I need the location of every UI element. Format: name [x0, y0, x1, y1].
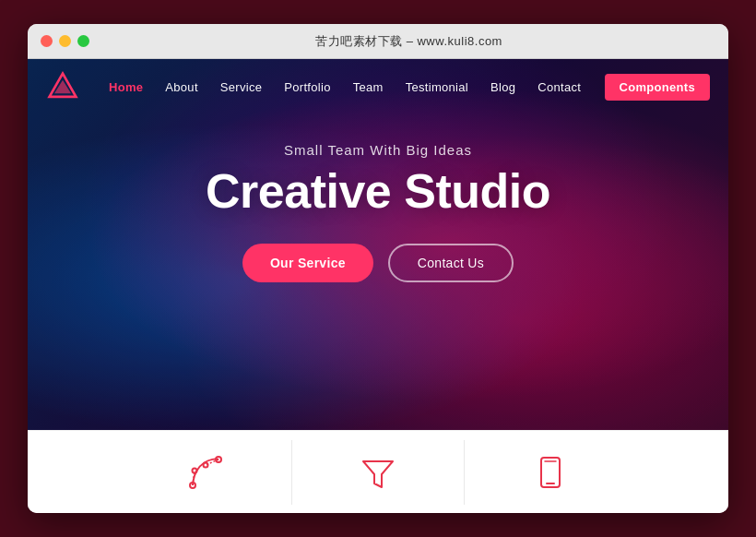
nav-team[interactable]: Team [342, 80, 395, 94]
minimize-button[interactable] [59, 35, 71, 47]
icon-cell-filter [292, 440, 465, 505]
nav-portfolio[interactable]: Portfolio [273, 80, 341, 94]
hero-title: Creative Studio [206, 165, 550, 218]
close-button[interactable] [41, 35, 53, 47]
browser-url: 苦力吧素材下载 – www.kuli8.com [102, 33, 715, 50]
bezier-icon [185, 452, 226, 493]
maximize-button[interactable] [77, 35, 89, 47]
nav-testimonial[interactable]: Testimonial [395, 80, 479, 94]
nav-about[interactable]: About [154, 80, 208, 94]
nav-contact[interactable]: Contact [526, 80, 592, 94]
icon-cell-bezier [120, 440, 292, 505]
browser-titlebar: 苦力吧素材下载 – www.kuli8.com [28, 24, 728, 59]
nav-blog[interactable]: Blog [479, 80, 526, 94]
browser-content: Home About Service Portfolio Team Testim… [28, 59, 728, 513]
our-service-button[interactable]: Our Service [242, 244, 373, 282]
icon-cell-mobile [465, 440, 636, 505]
browser-window: 苦力吧素材下载 – www.kuli8.com Home About Servi… [28, 24, 728, 513]
hero-buttons: Our Service Contact Us [242, 244, 514, 282]
svg-marker-8 [363, 461, 393, 487]
nav-links: Home About Service Portfolio Team Testim… [98, 80, 605, 94]
traffic-lights [41, 35, 89, 47]
filter-icon [358, 452, 398, 493]
nav-home[interactable]: Home [98, 80, 154, 94]
hero-content: Small Team With Big Ideas Creative Studi… [28, 114, 728, 282]
mobile-icon [530, 452, 571, 493]
hero-tagline: Small Team With Big Ideas [284, 142, 472, 158]
nav-logo[interactable] [46, 70, 79, 103]
navbar: Home About Service Portfolio Team Testim… [28, 59, 728, 114]
icon-strip [28, 430, 728, 513]
nav-service[interactable]: Service [209, 80, 273, 94]
icon-strip-inner [120, 440, 636, 505]
components-button[interactable]: Components [605, 74, 710, 101]
hero-section: Home About Service Portfolio Team Testim… [28, 59, 728, 430]
contact-us-button[interactable]: Contact Us [388, 244, 514, 282]
